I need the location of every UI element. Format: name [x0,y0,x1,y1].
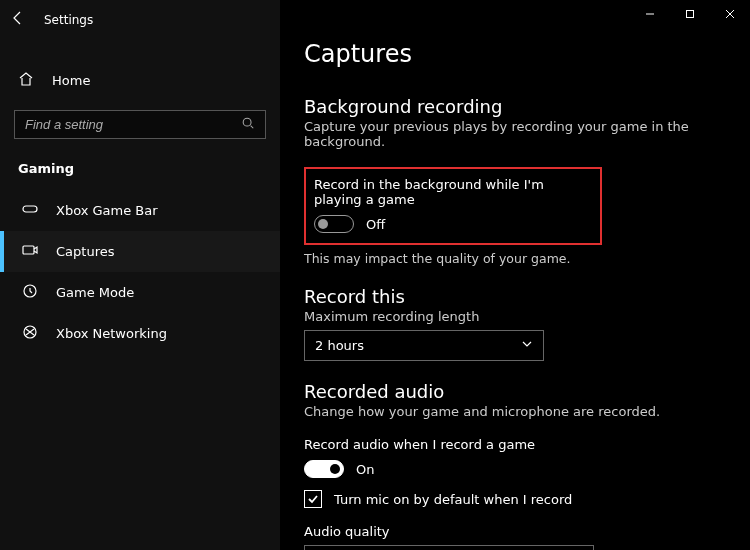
titlebar: Settings [0,4,280,35]
svg-rect-5 [687,11,694,18]
section-title: Background recording [304,96,726,117]
section-title: Record this [304,286,726,307]
audio-quality-dropdown[interactable]: 128kbps (Recommended) [304,545,594,550]
section-description: Change how your game and microphone are … [304,404,726,419]
search-box[interactable] [14,110,266,139]
svg-rect-1 [23,206,37,212]
home-link[interactable]: Home [0,57,280,104]
sidebar-item-label: Xbox Networking [56,326,167,341]
window-controls [630,0,750,28]
svg-point-0 [243,118,251,126]
audio-toggle-row: On [304,460,726,478]
bg-toggle-state: Off [366,217,385,232]
section-title: Recorded audio [304,381,726,402]
sidebar-item-xbox-networking[interactable]: Xbox Networking [0,313,280,354]
section-description: Maximum recording length [304,309,726,324]
search-icon [241,116,255,133]
search-input[interactable] [25,117,241,132]
page-title: Captures [304,40,726,68]
nav-list: Xbox Game Bar Captures Game Mode Xbox Ne… [0,190,280,354]
highlight-box: Record in the background while I'm playi… [304,167,602,245]
record-this-section: Record this Maximum recording length 2 h… [304,286,726,361]
max-length-dropdown[interactable]: 2 hours [304,330,544,361]
section-label: Gaming [0,145,280,184]
bg-toggle-label: Record in the background while I'm playi… [314,177,592,207]
audio-toggle-state: On [356,462,374,477]
chevron-down-icon [521,338,533,353]
game-bar-icon [22,201,38,220]
sidebar-item-label: Captures [56,244,114,259]
game-mode-icon [22,283,38,302]
sidebar-item-label: Game Mode [56,285,134,300]
section-description: Capture your previous plays by recording… [304,119,726,149]
audio-toggle-label: Record audio when I record a game [304,437,726,452]
captures-icon [22,242,38,261]
mic-default-checkbox[interactable] [304,490,322,508]
dropdown-value: 2 hours [315,338,364,353]
svg-rect-2 [23,246,34,254]
background-recording-section: Background recording Capture your previo… [304,96,726,266]
bg-recording-toggle[interactable] [314,215,354,233]
back-icon[interactable] [10,10,26,29]
sidebar-item-game-mode[interactable]: Game Mode [0,272,280,313]
sidebar: Settings Home Gaming Xbox Game Bar Captu… [0,0,280,550]
home-label: Home [52,73,90,88]
bg-toggle-row: Off [314,215,592,233]
bg-note: This may impact the quality of your game… [304,251,726,266]
mic-checkbox-label: Turn mic on by default when I record [334,492,572,507]
mic-checkbox-row: Turn mic on by default when I record [304,490,726,508]
sidebar-item-game-bar[interactable]: Xbox Game Bar [0,190,280,231]
sidebar-item-captures[interactable]: Captures [0,231,280,272]
audio-quality-label: Audio quality [304,524,726,539]
home-icon [18,71,34,90]
sidebar-item-label: Xbox Game Bar [56,203,158,218]
app-title: Settings [44,13,93,27]
minimize-button[interactable] [630,0,670,28]
record-audio-toggle[interactable] [304,460,344,478]
recorded-audio-section: Recorded audio Change how your game and … [304,381,726,550]
close-button[interactable] [710,0,750,28]
content-area: Captures Background recording Capture yo… [280,0,750,550]
xbox-icon [22,324,38,343]
maximize-button[interactable] [670,0,710,28]
